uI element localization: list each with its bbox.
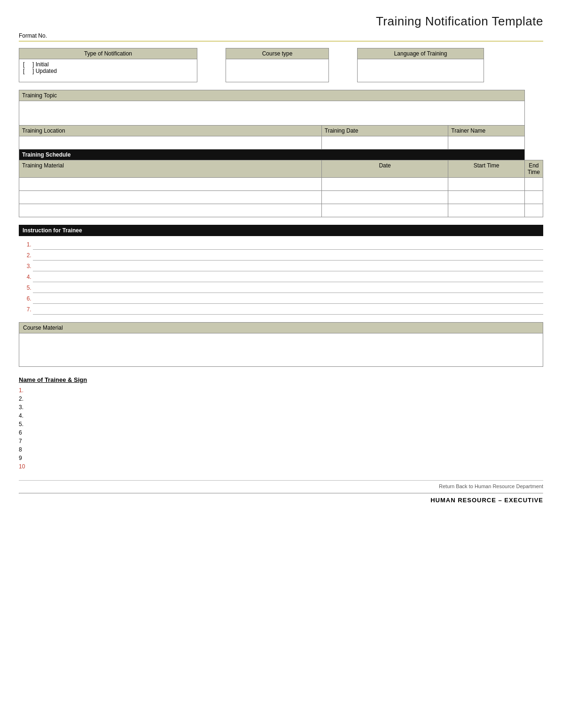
date-header: Training Date	[321, 126, 448, 136]
topic-header-row: Training Topic	[19, 90, 543, 101]
trainee-item-5: 5.	[19, 420, 543, 428]
end-val-1	[524, 178, 543, 191]
instruction-item-6	[33, 294, 543, 304]
date-val-2	[321, 191, 448, 204]
initial-option: [ ] Initial	[23, 61, 193, 68]
trainee-item-1: 1.	[19, 386, 543, 395]
updated-option: [ ] Updated	[23, 68, 193, 74]
footer-divider	[19, 493, 543, 494]
course-type-content	[226, 59, 328, 82]
material-header: Training Material	[19, 160, 322, 178]
trainee-item-7: 7	[19, 437, 543, 445]
end-val-3	[524, 204, 543, 217]
notification-box: Type of Notification [ ] Initial [ ] Upd…	[19, 48, 197, 82]
notification-content: [ ] Initial [ ] Updated	[19, 59, 197, 82]
material-row-1	[19, 178, 543, 191]
location-value	[19, 136, 322, 150]
end-val-2	[524, 191, 543, 204]
notification-header: Type of Notification	[19, 48, 197, 59]
trainee-item-2: 2.	[19, 395, 543, 403]
trainee-item-10: 10	[19, 462, 543, 471]
trainee-item-3: 3.	[19, 403, 543, 411]
schedule-header: Training Schedule	[19, 150, 525, 160]
course-material-content	[19, 333, 543, 366]
instruction-list	[19, 240, 543, 315]
language-content	[358, 59, 484, 82]
date-val-1	[321, 178, 448, 191]
instruction-item-1	[33, 240, 543, 250]
instruction-item-4	[33, 272, 543, 282]
location-date-trainer-header: Training Location Training Date Trainer …	[19, 126, 543, 136]
instruction-item-3	[33, 261, 543, 271]
material-val-2	[19, 191, 322, 204]
schedule-row: Training Schedule	[19, 150, 543, 160]
trainee-item-8: 8	[19, 445, 543, 454]
date-value	[321, 136, 448, 150]
material-val-1	[19, 178, 322, 191]
training-table: Training Topic Training Location Trainin…	[19, 90, 543, 217]
material-row-2	[19, 191, 543, 204]
material-row-3	[19, 204, 543, 217]
start-time-header: Start Time	[448, 160, 524, 178]
topic-header: Training Topic	[19, 90, 525, 101]
location-header: Training Location	[19, 126, 322, 136]
start-val-3	[448, 204, 524, 217]
footer-return: Return Back to Human Resource Department	[19, 480, 543, 489]
material-val-3	[19, 204, 322, 217]
location-date-trainer-row	[19, 136, 543, 150]
start-val-2	[448, 191, 524, 204]
topic-content-row	[19, 101, 543, 126]
course-material-box: Course Material	[19, 322, 543, 367]
language-box: Language of Training	[357, 48, 484, 82]
trainee-header: Name of Trainee & Sign	[19, 376, 543, 383]
topic-content	[19, 101, 525, 126]
instruction-item-7	[33, 305, 543, 315]
trainee-item-4: 4.	[19, 411, 543, 420]
course-material-header: Course Material	[19, 323, 543, 333]
trainer-header: Trainer Name	[448, 126, 524, 136]
end-time-header: End Time	[524, 160, 543, 178]
top-info-row: Type of Notification [ ] Initial [ ] Upd…	[19, 48, 543, 82]
instruction-item-2	[33, 251, 543, 261]
trainer-value	[448, 136, 524, 150]
trainee-item-9: 9	[19, 454, 543, 462]
format-no: Format No.	[19, 32, 543, 41]
trainee-item-6: 6	[19, 428, 543, 437]
course-type-header: Course type	[226, 48, 328, 59]
language-header: Language of Training	[358, 48, 484, 59]
material-header-row: Training Material Date Start Time End Ti…	[19, 160, 543, 178]
start-val-1	[448, 178, 524, 191]
course-type-box: Course type	[226, 48, 329, 82]
trainee-list: 1. 2. 3. 4. 5. 6 7 8 9 10	[19, 386, 543, 471]
footer-bottom: HUMAN RESOURCE – EXECUTIVE	[19, 497, 543, 504]
page-title: Training Notification Template	[19, 14, 543, 29]
date-col-header: Date	[321, 160, 448, 178]
date-val-3	[321, 204, 448, 217]
instruction-item-5	[33, 283, 543, 293]
instruction-header: Instruction for Trainee	[19, 225, 543, 236]
